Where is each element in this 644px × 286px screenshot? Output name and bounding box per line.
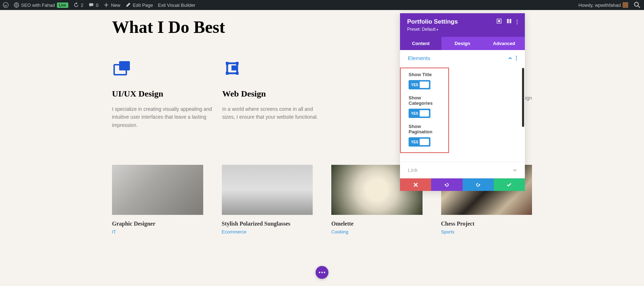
pencil-icon [125, 2, 131, 8]
portfolio-title: Stylish Polarized Sunglasses [222, 221, 313, 227]
tab-content[interactable]: Content [400, 37, 441, 50]
show-title-toggle[interactable]: YES [409, 80, 430, 89]
section-menu-button[interactable] [516, 56, 517, 60]
plus-icon [103, 2, 109, 8]
menu-dots-icon [516, 56, 517, 60]
svg-rect-14 [509, 19, 511, 23]
columns-icon [507, 19, 512, 24]
live-badge: Live [57, 3, 68, 8]
panel-body: Elements Show Title YES S [400, 50, 525, 178]
svg-rect-9 [236, 72, 239, 75]
toggle-label: Show Categories [409, 95, 445, 106]
toggle-text: YES [411, 140, 418, 144]
howdy-item[interactable]: Howdy, wpwithfahad [579, 2, 628, 8]
portfolio-category[interactable]: Cooking [331, 229, 423, 235]
accordion-link: Link [400, 162, 525, 178]
expand-button[interactable] [497, 19, 502, 25]
accordion-title: Link [408, 167, 418, 173]
toggle-text: YES [411, 83, 418, 87]
svg-point-0 [3, 3, 8, 8]
portfolio-category[interactable]: Ecommerce [222, 229, 313, 235]
scrollbar[interactable] [522, 68, 524, 127]
show-pagination-toggle[interactable]: YES [409, 137, 430, 147]
svg-rect-10 [231, 65, 236, 70]
accordion-icons [513, 168, 517, 172]
site-name-label: SEO with Fahad [21, 3, 55, 8]
panel-footer [400, 178, 525, 191]
panel-header-icons [497, 19, 518, 25]
edit-page-label: Edit Page [133, 3, 153, 8]
undo-button[interactable] [431, 178, 462, 191]
accordion-body: Show Title YES Show Categories YES [400, 66, 525, 162]
menu-dots-icon [517, 20, 518, 24]
service-title: UI/UX Design [112, 89, 215, 99]
site-name-link[interactable]: SEO with Fahad Live [14, 2, 68, 8]
admin-bar-right: Howdy, wpwithfahad [579, 1, 641, 9]
accordion-head-elements[interactable]: Elements [400, 50, 525, 66]
discard-button[interactable] [400, 178, 431, 191]
new-item[interactable]: New [103, 2, 120, 8]
preset-dropdown[interactable]: Preset: Default [407, 27, 518, 32]
svg-rect-8 [226, 72, 229, 75]
exit-vb-item[interactable]: Exit Visual Builder [158, 3, 196, 8]
howdy-label: Howdy, wpwithfahad [579, 3, 621, 8]
redo-button[interactable] [463, 178, 494, 191]
panel-header: Portfolio Settings Preset: Default [400, 13, 525, 37]
highlight-annotation: Show Title YES Show Categories YES [400, 68, 449, 153]
show-categories-toggle[interactable]: YES [409, 109, 430, 118]
wp-logo[interactable] [3, 2, 9, 8]
portfolio-title: Graphic Designer [112, 221, 203, 227]
portfolio-title: Chess Project [441, 221, 532, 227]
svg-rect-6 [226, 62, 229, 65]
toggle-knob [420, 82, 429, 88]
refresh-icon [73, 2, 79, 8]
panel-title: Portfolio Settings [407, 18, 458, 25]
crop-icon [222, 58, 242, 78]
refresh-item[interactable]: 2 [73, 2, 83, 8]
refresh-count: 2 [81, 3, 83, 8]
edit-page-item[interactable]: Edit Page [125, 2, 153, 8]
toggle-knob [420, 110, 429, 117]
toggle-row-show-title: Show Title YES [409, 72, 445, 89]
svg-rect-12 [498, 20, 500, 22]
portfolio-category[interactable]: Sports [441, 229, 532, 235]
new-label: New [111, 3, 120, 8]
svg-point-2 [634, 2, 638, 6]
globe-icon [14, 2, 19, 8]
comments-count: 0 [96, 3, 98, 8]
wp-admin-bar: SEO with Fahad Live 2 0 New Edit Page Ex… [0, 0, 644, 10]
admin-bar-left: SEO with Fahad Live 2 0 New Edit Page Ex… [3, 2, 195, 8]
snap-button[interactable] [507, 19, 512, 25]
portfolio-category[interactable]: IT [112, 229, 203, 235]
portfolio-image [222, 165, 313, 215]
tab-design[interactable]: Design [441, 37, 483, 50]
accordion-head-link[interactable]: Link [400, 162, 525, 178]
close-icon [413, 182, 418, 187]
service-title: Web Design [222, 89, 325, 99]
portfolio-item[interactable]: Graphic Designer IT [112, 165, 203, 235]
portfolio-title: Omelette [331, 221, 423, 227]
expand-icon [497, 19, 502, 24]
portfolio-image [112, 165, 203, 215]
tab-advanced[interactable]: Advanced [483, 37, 525, 50]
save-button[interactable] [494, 178, 525, 191]
toggle-knob [420, 139, 429, 145]
search-item[interactable] [633, 1, 641, 9]
page-content: What I Do Best UI/UX Design I specialize… [0, 10, 644, 256]
panel-menu-button[interactable] [517, 20, 518, 24]
portfolio-item[interactable]: Stylish Polarized Sunglasses Ecommerce [222, 165, 313, 235]
exit-vb-label: Exit Visual Builder [158, 3, 196, 8]
service-desc: I specialize in creating visually appeal… [112, 105, 215, 129]
toggle-text: YES [411, 112, 418, 115]
undo-icon [444, 182, 449, 187]
comments-item[interactable]: 0 [88, 2, 98, 8]
service-item: Web Design In a world where screens come… [222, 58, 325, 129]
toggle-row-show-categories: Show Categories YES [409, 95, 445, 118]
svg-rect-7 [236, 62, 239, 65]
comment-icon [88, 2, 94, 8]
search-icon [633, 1, 641, 9]
accordion-elements: Elements Show Title YES S [400, 50, 525, 162]
accordion-icons [508, 56, 517, 60]
toggle-label: Show Pagination [409, 124, 445, 134]
check-icon [507, 182, 512, 187]
